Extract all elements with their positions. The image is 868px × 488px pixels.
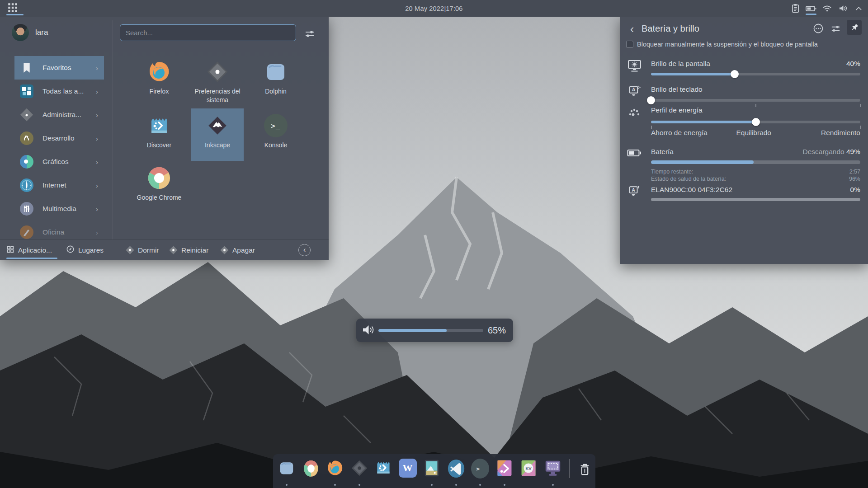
profile-option-ahorro[interactable]: Ahorro de energía [651, 129, 708, 137]
power-profile-slider[interactable] [651, 118, 860, 126]
profile-option-rendimiento[interactable]: Rendimiento [821, 129, 860, 137]
chevron-right-icon: › [96, 158, 98, 166]
volume-tray-icon[interactable] [837, 2, 849, 15]
back-button[interactable]: ‹ [625, 22, 639, 36]
chevron-left-icon: ‹ [303, 246, 306, 253]
app-discover[interactable]: Discover [133, 108, 185, 161]
sidebar-item-favoritos[interactable]: Favoritos › [0, 56, 113, 80]
sidebar-item-internet[interactable]: Internet › [0, 174, 113, 197]
tick [755, 104, 756, 107]
battery-status-value: Descargando 49% [802, 148, 860, 156]
launcher-footer: Aplicacio... Lugares Dormir Reiniciar Ap… [0, 239, 329, 260]
chevron-right-icon: › [96, 229, 98, 236]
sidebar-item-desarrollo[interactable]: Desarrollo › [0, 127, 113, 150]
active-indicator [806, 14, 816, 15]
tab-lugares[interactable]: Lugares [66, 240, 104, 260]
dock-icon-vscode[interactable] [447, 459, 466, 487]
chrome-icon [146, 165, 172, 191]
app-label: Dolphin [251, 87, 301, 96]
pin-icon [850, 23, 859, 32]
active-tab-indicator [6, 258, 57, 259]
dock-icon-video-editor[interactable] [495, 459, 514, 487]
sidebar-item-label: Desarrollo [42, 134, 75, 142]
clock[interactable]: 20 May 2022|17:06 [405, 0, 462, 17]
sidebar-item-todas-las-aplicaciones[interactable]: Todas las a... › [0, 80, 113, 103]
dock-icon-dolphin[interactable] [277, 459, 296, 487]
slider-handle[interactable] [647, 96, 655, 104]
dock-icon-word-processor[interactable]: W [398, 459, 417, 487]
dock-icon-system-settings[interactable] [350, 459, 369, 487]
dock-icon-screenshot-tool[interactable] [543, 459, 562, 487]
collapse-button[interactable]: ‹ [298, 244, 311, 256]
app-preferencias-del-sistema[interactable]: Preferencias del sistema [191, 55, 244, 107]
configure-sliders-icon[interactable] [830, 23, 841, 34]
sidebar-item-administracion[interactable]: Administra... › [0, 103, 113, 127]
wifi-icon[interactable] [821, 2, 833, 15]
tray-expand-icon[interactable] [853, 2, 864, 15]
application-launcher: lara Favoritos › [0, 17, 329, 260]
time-remaining-label: Tiempo restante: [651, 169, 693, 175]
power-profile-label: Perfil de energía [651, 106, 703, 114]
screen-brightness-label: Brillo de la pantalla [651, 60, 710, 68]
chevron-right-icon: › [96, 205, 98, 213]
app-google-chrome[interactable]: Google Chrome [133, 161, 185, 213]
dolphin-icon [263, 59, 288, 84]
dock-icon-firefox[interactable] [326, 459, 344, 487]
category-sidebar: Favoritos › Todas las a... › Administra [0, 17, 113, 239]
app-inkscape[interactable]: Inkscape [191, 108, 244, 161]
app-launcher-button[interactable] [0, 0, 25, 17]
battery-status: Descargando [802, 148, 844, 155]
action-label: Apagar [232, 246, 255, 254]
battery-status-icon[interactable] [812, 23, 824, 34]
app-konsole[interactable]: >_ Konsole [250, 108, 302, 161]
shutdown-icon [220, 246, 228, 254]
shutdown-button[interactable]: Apagar [220, 240, 255, 260]
svg-text:A: A [632, 87, 635, 92]
sidebar-item-multimedia[interactable]: Multimedia › [0, 197, 113, 221]
app-label: Preferencias del sistema [193, 87, 242, 104]
running-indicator [479, 484, 481, 486]
keyboard-brightness-slider[interactable] [651, 96, 860, 104]
restart-button[interactable]: Reiniciar [169, 240, 208, 260]
panel-title: Batería y brillo [642, 23, 699, 34]
top-panel: 20 May 2022|17:06 [0, 0, 868, 17]
restart-icon [169, 246, 177, 254]
time-remaining-value: 2:57 [849, 169, 860, 175]
profile-option-equilibrado[interactable]: Equilibrado [736, 129, 771, 137]
dock-icon-image-viewer[interactable] [422, 459, 441, 487]
dock-icon-konsole[interactable]: >_ [471, 459, 490, 487]
battery-percent: 49% [846, 148, 860, 155]
dock-icon-discover[interactable] [374, 459, 393, 487]
sleep-button[interactable]: Dormir [126, 240, 159, 260]
clipboard-icon[interactable] [789, 2, 801, 15]
slider-handle[interactable] [752, 118, 760, 126]
app-dolphin[interactable]: Dolphin [250, 55, 302, 107]
system-diamond-icon [20, 108, 33, 122]
action-label: Dormir [138, 246, 159, 254]
development-icon [20, 131, 33, 145]
speaker-icon [361, 324, 375, 338]
running-indicator [455, 484, 457, 486]
battery-tray-icon[interactable] [805, 2, 817, 15]
sidebar-item-graficos[interactable]: Gráficos › [0, 150, 113, 174]
dock-icon-trash[interactable] [575, 459, 594, 479]
firefox-icon [146, 59, 172, 84]
bookmark-icon [20, 61, 33, 75]
dock-icon-google-chrome[interactable] [302, 459, 321, 487]
battery-progressbar [651, 160, 860, 164]
sidebar-item-oficina[interactable]: Oficina › [0, 221, 113, 239]
dock-icon-kvantum[interactable]: KV [519, 459, 538, 487]
screen-brightness-icon [626, 60, 642, 72]
favorites-grid: Firefox Preferencias del sistema Dolphin… [113, 17, 329, 239]
running-indicator [504, 484, 505, 486]
lock-suspend-checkbox[interactable] [626, 41, 633, 48]
screen-brightness-slider[interactable] [651, 70, 860, 78]
multimedia-icon [20, 202, 33, 216]
app-firefox[interactable]: Firefox [133, 55, 185, 107]
pin-button[interactable] [847, 20, 862, 35]
sidebar-item-label: Administra... [42, 111, 81, 119]
slider-handle[interactable] [731, 70, 739, 78]
running-indicator [286, 484, 288, 486]
places-compass-icon [66, 245, 75, 255]
tick [860, 104, 861, 107]
